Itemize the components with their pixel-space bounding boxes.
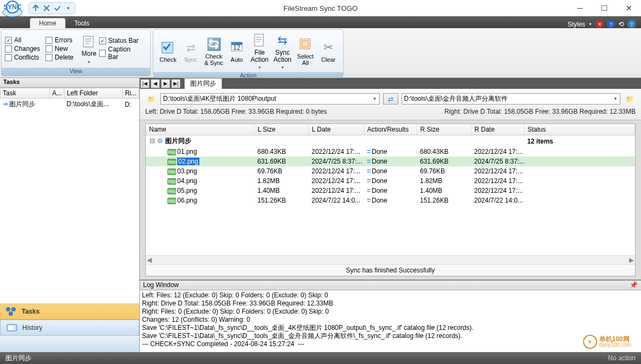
path-area: 📁 D:\tools\桌面\4K壁纸图片 1080P\output▼ ⇄ D:\…	[140, 89, 641, 120]
done-icon: =	[367, 167, 371, 175]
styles-red-icon[interactable]: ✕	[595, 20, 604, 28]
tasks-icon	[5, 307, 17, 316]
nav-history-button[interactable]: History	[0, 320, 139, 336]
grid-row[interactable]: PNG06.png151.26KB2024/7/22 14:0...=Done1…	[146, 196, 635, 205]
svg-text:12: 12	[233, 44, 241, 51]
col-rdate[interactable]: R Date	[471, 124, 524, 135]
col-ldate[interactable]: L Date	[308, 124, 364, 135]
svg-rect-15	[8, 326, 14, 330]
select-all-button[interactable]: Select All	[294, 35, 317, 67]
task-row[interactable]: ➔图片同步 D:\tools\桌面... D:	[1, 99, 139, 110]
nav-last-button[interactable]: ▶|	[171, 79, 180, 88]
view-conflicts-checkbox[interactable]: Conflicts	[5, 54, 40, 61]
styles-menu[interactable]: Styles	[567, 21, 585, 28]
done-icon: =	[367, 187, 371, 194]
col-lsize[interactable]: L Size	[254, 124, 308, 135]
file-compare-grid[interactable]: Name L Size L Date Action/Results R Size…	[145, 123, 636, 276]
svg-rect-8	[255, 34, 263, 46]
nav-prev-button[interactable]: ◀	[151, 79, 160, 88]
svg-point-13	[9, 311, 13, 316]
styles-blue-icon[interactable]: ?	[607, 20, 615, 28]
left-path-input[interactable]: D:\tools\桌面\4K壁纸图片 1080P\output▼	[160, 93, 380, 105]
quick-access-toolbar: ▼	[28, 2, 76, 14]
tasks-col-task[interactable]: Task	[1, 88, 50, 99]
view-new-checkbox[interactable]: New	[46, 45, 74, 53]
png-icon: PNG	[167, 198, 176, 204]
col-status[interactable]: Status	[524, 124, 635, 135]
status-right: No action	[608, 354, 636, 362]
task-arrow-icon: ➔	[3, 100, 8, 108]
nav-next-button[interactable]: ▶	[161, 79, 170, 88]
done-icon: =	[367, 177, 371, 185]
view-delete-checkbox[interactable]: Delete	[46, 54, 74, 61]
col-name[interactable]: Name	[146, 124, 254, 135]
grid-row[interactable]: PNG04.png1.82MB2022/12/24 17:...=Done1.8…	[146, 176, 635, 186]
qat-check-icon[interactable]	[53, 3, 62, 13]
status-left: 图片同步	[5, 354, 31, 363]
file-action-button[interactable]: File Action ▼	[248, 31, 271, 71]
svg-rect-3	[83, 36, 93, 47]
done-icon: =	[367, 158, 371, 165]
tasks-col-left[interactable]: Left Folder	[64, 88, 122, 99]
qat-save-icon[interactable]	[31, 3, 41, 13]
right-drive-info: Right: Drive D Total: 158.05GB Free: 33.…	[444, 108, 636, 115]
qat-dropdown-icon[interactable]: ▼	[63, 3, 73, 13]
tasks-col-right[interactable]: Ri...	[122, 88, 139, 99]
nav-tasks-button[interactable]: Tasks	[0, 303, 139, 320]
right-path-input[interactable]: D:\tools\桌面\金舟音频人声分离软件▼	[402, 93, 621, 105]
tasks-grid[interactable]: Task A... Left Folder Ri... ➔图片同步 D:\too…	[0, 88, 139, 303]
ribbon: ✓All Changes Conflicts Errors New Delete…	[0, 28, 641, 78]
sync-button[interactable]: ⇄Sync	[179, 38, 202, 64]
maximize-button[interactable]: ☐	[592, 1, 617, 16]
right-pane: |◀ ◀ ▶ ▶| 图片同步 📁 D:\tools\桌面\4K壁纸图片 1080…	[140, 78, 641, 352]
view-captionbar-checkbox[interactable]: Caption Bar	[99, 46, 141, 61]
grid-row[interactable]: PNG03.png69.76KB2022/12/24 17:...=Done69…	[146, 166, 635, 176]
tab-home[interactable]: Home	[30, 18, 66, 28]
done-icon: =	[367, 197, 371, 204]
view-all-checkbox[interactable]: ✓All	[5, 36, 40, 44]
title-bar: SYNC ▼ FileStream Sync TOGO ─ ☐ ✕	[0, 0, 641, 16]
right-folder-icon[interactable]: 📁	[624, 94, 636, 105]
log-header: Log Window	[143, 281, 179, 289]
grid-root-row[interactable]: ⊟ ⚙ 图片同步 12 items	[146, 135, 635, 147]
status-bar: 图片同步 No action	[0, 352, 641, 364]
styles-sync-icon[interactable]: ⟲	[618, 20, 624, 28]
left-folder-icon[interactable]: 📁	[145, 94, 157, 105]
collapse-icon[interactable]: ⊟	[149, 137, 156, 145]
auto-button[interactable]: 12Auto	[225, 38, 248, 64]
view-errors-checkbox[interactable]: Errors	[46, 36, 74, 44]
qat-close-icon[interactable]	[42, 3, 51, 13]
grid-row[interactable]: PNG02.png631.69KB2024/7/25 8:37:...=Done…	[146, 157, 635, 166]
close-button[interactable]: ✕	[617, 1, 641, 16]
view-changes-checkbox[interactable]: Changes	[5, 45, 40, 53]
file-tab-bar: |◀ ◀ ▶ ▶| 图片同步	[140, 78, 641, 89]
minimize-button[interactable]: ─	[568, 1, 592, 16]
nav-first-button[interactable]: |◀	[140, 79, 150, 88]
col-rsize[interactable]: R Size	[417, 124, 471, 135]
check-button[interactable]: Check	[157, 38, 179, 64]
tasks-pane-header: Tasks	[0, 78, 139, 88]
help-icon[interactable]: ?	[627, 20, 636, 28]
check-and-sync-button[interactable]: 🔄Check & Sync	[203, 35, 225, 67]
clear-button[interactable]: ✂Clear	[317, 38, 340, 64]
tasks-col-a[interactable]: A...	[50, 88, 64, 99]
view-statusbar-checkbox[interactable]: ✓Status Bar	[99, 37, 141, 44]
swap-paths-button[interactable]: ⇄	[383, 93, 398, 105]
png-icon: PNG	[167, 188, 176, 194]
png-icon: PNG	[167, 159, 176, 165]
history-icon	[6, 323, 18, 333]
more-button[interactable]: More ▼	[79, 32, 99, 65]
log-pin-icon[interactable]: 📌	[630, 281, 638, 289]
png-icon: PNG	[167, 168, 176, 175]
ribbon-caption-view: View	[2, 68, 150, 76]
grid-row[interactable]: PNG01.png680.43KB2022/12/24 17:...=Done6…	[146, 147, 635, 157]
left-drive-info: Left: Drive D Total: 158.05GB Free: 33.9…	[145, 108, 327, 115]
grid-row[interactable]: PNG05.png1.40MB2022/12/24 17:...=Done1.4…	[146, 186, 635, 196]
file-tab[interactable]: 图片同步	[184, 78, 222, 89]
col-action[interactable]: Action/Results	[364, 124, 417, 135]
log-body[interactable]: Left: Files: 12 (Exclude: 0) Skip: 0 Fol…	[140, 290, 641, 352]
sync-action-button[interactable]: ⇆Sync Action ▼	[271, 31, 294, 71]
tab-tools[interactable]: Tools	[66, 18, 98, 28]
svg-rect-10	[302, 41, 308, 47]
horizontal-scrollbar[interactable]: ◀▶	[146, 255, 635, 264]
